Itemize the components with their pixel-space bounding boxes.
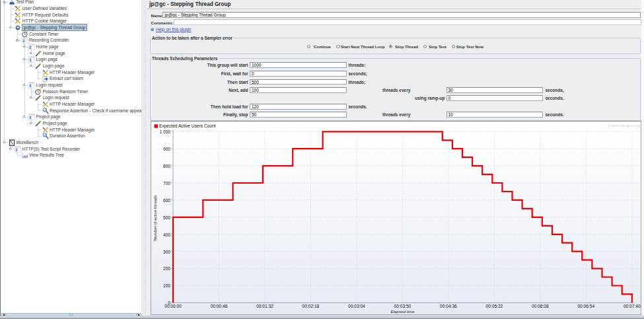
svg-text:00:02:18: 00:02:18 (303, 304, 320, 308)
svg-text:700: 700 (163, 181, 170, 186)
svg-text:Expected Active Users Count: Expected Active Users Count (159, 124, 216, 129)
svg-text:00:00:00: 00:00:00 (164, 304, 182, 308)
svg-text:100: 100 (163, 283, 170, 288)
svg-text:00:06:08: 00:06:08 (532, 304, 549, 308)
svg-text:00:06:54: 00:06:54 (577, 304, 594, 308)
svg-text:00:07:40: 00:07:40 (624, 304, 641, 308)
svg-text:00:03:04: 00:03:04 (348, 304, 365, 308)
svg-text:00:00:46: 00:00:46 (211, 304, 228, 308)
svg-text:00:04:36: 00:04:36 (440, 304, 457, 308)
svg-text:400: 400 (163, 232, 170, 237)
svg-text:900: 900 (163, 147, 170, 151)
svg-text:00:05:22: 00:05:22 (486, 304, 503, 308)
svg-text:00:01:32: 00:01:32 (256, 304, 273, 308)
svg-text:800: 800 (163, 164, 170, 168)
svg-text:600: 600 (163, 198, 170, 203)
svg-text:500: 500 (163, 215, 170, 220)
svg-text:Elapsed time: Elapsed time (391, 309, 415, 314)
svg-text:1 000: 1 000 (159, 129, 170, 134)
svg-text:Number of active threads: Number of active threads (153, 195, 157, 240)
svg-text:jmeter-plugins.org: jmeter-plugins.org (608, 124, 640, 127)
svg-text:300: 300 (163, 250, 170, 254)
svg-text:00:03:50: 00:03:50 (394, 304, 411, 308)
svg-text:200: 200 (163, 266, 170, 271)
